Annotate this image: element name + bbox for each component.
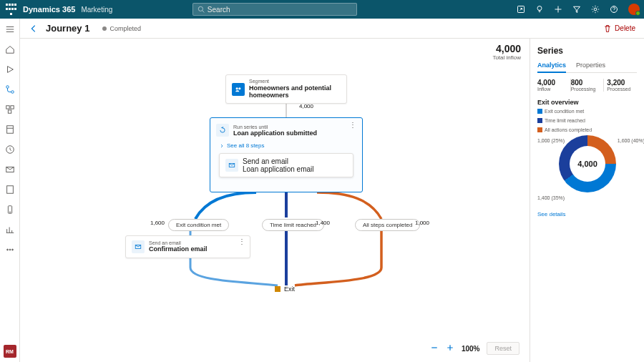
details-panel: Series Analytics Properties 4,000 Inflow… xyxy=(530,39,644,362)
exit-overview-chart: 1,000 (25%) 1,600 (40%) 4,000 1,400 (35%… xyxy=(537,135,638,207)
svg-point-3 xyxy=(537,6,542,11)
app-name: Dynamics 365 xyxy=(23,5,75,14)
series-icon xyxy=(216,124,229,137)
app-launcher-icon[interactable] xyxy=(4,3,17,16)
lightbulb-icon[interactable] xyxy=(535,5,544,14)
zoom-in-button[interactable] xyxy=(446,343,454,353)
segment-icon xyxy=(232,83,245,96)
journey-canvas[interactable]: 4,000 Total inflow Segment Homeowners an… xyxy=(20,39,530,362)
email-icon xyxy=(132,240,145,253)
chevron-right-icon xyxy=(219,143,225,149)
journey-status: Completed xyxy=(102,25,141,32)
page-title: Journey 1 xyxy=(46,23,89,34)
svg-point-0 xyxy=(198,6,203,11)
tile-series[interactable]: Run series until Loan application submit… xyxy=(210,117,363,192)
global-search[interactable]: Search xyxy=(192,3,357,16)
segment-outflow-count: 4,000 xyxy=(299,103,313,109)
branch-count-middle: 1,400 xyxy=(316,220,330,226)
page-header: Journey 1 Completed Delete xyxy=(20,19,644,39)
branch-count-right: 1,000 xyxy=(415,220,429,226)
svg-point-4 xyxy=(594,8,597,11)
metrics-row: 4,000 Inflow 800 Processing 3,200 Proces… xyxy=(537,79,637,92)
total-inflow: 4,000 Total inflow xyxy=(492,43,521,61)
left-nav-rail: RM xyxy=(0,19,20,362)
chart-legend: Exit condition met Time limit reached Al… xyxy=(537,109,637,132)
tab-properties[interactable]: Properties xyxy=(576,62,605,72)
tile-exit: Exit xyxy=(275,285,295,293)
svg-rect-10 xyxy=(8,110,11,113)
svg-point-25 xyxy=(238,87,240,89)
zoom-out-button[interactable] xyxy=(430,343,439,353)
svg-line-1 xyxy=(203,11,205,13)
zoom-reset-button[interactable]: Reset xyxy=(487,342,519,355)
back-button[interactable] xyxy=(29,24,39,34)
tab-analytics[interactable]: Analytics xyxy=(537,62,566,73)
legend-time-limit: Time limit reached xyxy=(537,118,585,123)
see-all-steps-link[interactable]: See all 8 steps xyxy=(215,141,358,153)
share-icon[interactable] xyxy=(517,5,525,14)
app-area: Marketing xyxy=(81,6,112,14)
donut-label-bl: 1,400 (35%) xyxy=(537,195,565,200)
svg-rect-8 xyxy=(6,106,9,109)
svg-point-24 xyxy=(236,87,238,89)
rail-chart-icon[interactable] xyxy=(4,223,16,236)
svg-point-6 xyxy=(6,86,9,89)
metric-inflow: 4,000 Inflow xyxy=(537,79,571,92)
tile-segment[interactable]: Segment Homeowners and potential homeown… xyxy=(225,74,347,104)
svg-point-19 xyxy=(11,249,13,250)
add-icon[interactable] xyxy=(554,5,562,14)
zoom-controls: 100% Reset xyxy=(430,342,519,355)
branch-pill-time-limit[interactable]: Time limit reached xyxy=(262,219,324,231)
rail-journey-icon[interactable] xyxy=(4,83,16,96)
settings-icon[interactable] xyxy=(591,5,600,14)
rail-mobile-icon[interactable] xyxy=(4,203,16,216)
rail-home-icon[interactable] xyxy=(4,43,16,56)
status-label: Completed xyxy=(109,25,141,32)
rail-email-icon[interactable] xyxy=(4,163,16,176)
svg-rect-11 xyxy=(6,126,13,134)
rail-page-icon[interactable] xyxy=(4,183,16,196)
zoom-level: 100% xyxy=(462,345,480,353)
legend-all-actions: All actions completed xyxy=(537,127,592,132)
user-avatar[interactable] xyxy=(628,4,640,15)
donut-label-tr: 1,600 (40%) xyxy=(618,138,644,143)
svg-point-16 xyxy=(9,212,10,212)
svg-point-17 xyxy=(6,249,8,250)
svg-point-7 xyxy=(11,91,14,94)
branch-pill-exit-condition[interactable]: Exit condition met xyxy=(168,219,229,231)
exit-overview-title: Exit overview xyxy=(537,99,637,106)
svg-point-18 xyxy=(9,249,11,250)
svg-rect-9 xyxy=(10,106,13,109)
metric-processed: 3,200 Processed xyxy=(604,79,637,92)
filter-icon[interactable] xyxy=(572,5,581,14)
search-placeholder: Search xyxy=(208,6,230,14)
rail-menu-icon[interactable] xyxy=(4,23,16,36)
global-actions xyxy=(517,4,640,15)
legend-exit-condition: Exit condition met xyxy=(537,109,584,114)
trash-icon xyxy=(603,24,612,33)
donut-label-tl: 1,000 (25%) xyxy=(537,138,565,143)
rail-segments-icon[interactable] xyxy=(4,103,16,116)
branch-pill-all-steps[interactable]: All steps completed xyxy=(355,219,420,231)
rail-play-icon[interactable] xyxy=(4,63,16,76)
metric-processing: 800 Processing xyxy=(571,79,605,92)
donut-chart: 4,000 xyxy=(559,135,616,192)
global-nav: Dynamics 365 Marketing Search xyxy=(0,0,644,19)
rail-history-icon[interactable] xyxy=(4,143,16,156)
rail-template-icon[interactable] xyxy=(4,123,16,136)
confirm-more-icon[interactable]: ⋮ xyxy=(238,240,245,243)
panel-tabs: Analytics Properties xyxy=(537,62,637,73)
help-icon[interactable] xyxy=(610,5,618,14)
tile-series-step-email[interactable]: Send an email Loan application email xyxy=(219,153,353,177)
rail-user-badge[interactable]: RM xyxy=(4,345,16,358)
email-icon xyxy=(225,159,238,172)
series-more-icon[interactable]: ⋮ xyxy=(349,124,356,127)
tile-confirmation-email[interactable]: Send an email Confirmation email ⋮ xyxy=(125,235,250,258)
search-icon xyxy=(197,6,205,13)
status-dot-icon xyxy=(102,26,107,31)
exit-icon xyxy=(275,286,280,292)
svg-rect-14 xyxy=(6,186,13,194)
delete-button[interactable]: Delete xyxy=(603,24,635,33)
see-details-link[interactable]: See details xyxy=(537,211,637,217)
rail-more-icon[interactable] xyxy=(4,243,16,256)
